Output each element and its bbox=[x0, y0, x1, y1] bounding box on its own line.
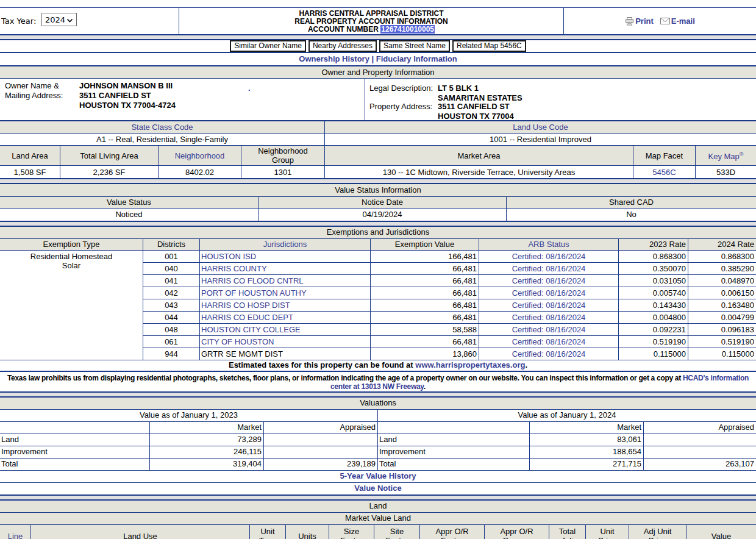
email-link[interactable]: E-mail bbox=[671, 16, 695, 26]
key-map-link[interactable]: Key Map® bbox=[708, 150, 744, 161]
fiduciary-information-link[interactable]: Fiduciary Information bbox=[376, 54, 457, 63]
neighborhood-link[interactable]: Neighborhood bbox=[175, 151, 225, 160]
legal-description-label: Legal Description: bbox=[369, 84, 433, 93]
district-code: 048 bbox=[143, 324, 200, 335]
site-factor-header: Site Factor bbox=[374, 525, 420, 539]
district-code: 040 bbox=[143, 263, 200, 274]
five-year-value-history-link[interactable]: 5-Year Value History bbox=[340, 471, 416, 480]
tax-year-label: Tax Year: bbox=[1, 16, 36, 26]
property-address-value: 3511 CANFIELD ST HOUSTON TX 77004 bbox=[438, 102, 514, 121]
related-map-button[interactable]: Related Map 5456C bbox=[452, 40, 526, 52]
row-label: Improvement bbox=[378, 446, 530, 458]
section-divider bbox=[0, 179, 756, 184]
jurisdiction-name: HOUSTON ISD bbox=[200, 251, 371, 262]
value-notice-row: Value Notice bbox=[0, 483, 756, 496]
rate-2024-header: 2024 Rate bbox=[688, 239, 756, 250]
value-status-header-row: Value Status Notice Date Shared CAD bbox=[0, 197, 756, 209]
exemption-value: 66,481 bbox=[371, 287, 479, 299]
key-map-header: Key Map® bbox=[696, 146, 756, 165]
jurisdiction-row: 042 PORT OF HOUSTON AUTHY 66,481 Certifi… bbox=[143, 287, 756, 299]
arb-status-date-link[interactable]: Certified: 08/16/2024 bbox=[512, 313, 586, 322]
tax-year-select[interactable]: 2024 bbox=[41, 13, 77, 26]
period: . bbox=[525, 360, 527, 369]
arb-status-date-link[interactable]: Certified: 08/16/2024 bbox=[512, 288, 586, 298]
appr-or-reason-header: Appr O/R Reason bbox=[485, 525, 549, 539]
rate-2023: 0.350070 bbox=[619, 263, 688, 274]
line-header: Line bbox=[0, 525, 31, 539]
arb-status-date-link[interactable]: Certified: 08/16/2024 bbox=[512, 276, 586, 285]
arb-status: Certified: 08/16/2024 bbox=[479, 251, 619, 262]
market-value: 319,404 bbox=[150, 459, 264, 470]
estimated-taxes-row: Estimated taxes for this property can be… bbox=[0, 360, 756, 372]
rate-2023: 0.115000 bbox=[619, 348, 688, 360]
arb-status: Certified: 08/16/2024 bbox=[479, 275, 619, 287]
exemption-value: 66,481 bbox=[371, 312, 479, 323]
market-value-land-header: Market Value Land bbox=[0, 513, 756, 525]
jurisdiction-name: HARRIS CO FLOOD CNTRL bbox=[200, 275, 371, 287]
section-divider bbox=[0, 391, 756, 398]
arb-status-date-link[interactable]: Certified: 08/16/2024 bbox=[512, 349, 586, 359]
arb-status-date-link[interactable]: Certified: 08/16/2024 bbox=[512, 325, 586, 334]
appraised-2023-header: Appraised bbox=[264, 422, 378, 434]
section-divider bbox=[0, 496, 756, 501]
jurisdiction-link[interactable]: HARRIS CO HOSP DIST bbox=[201, 301, 290, 310]
link-separator: | bbox=[372, 54, 374, 63]
jurisdiction-name: HARRIS COUNTY bbox=[200, 263, 371, 274]
rate-2023: 0.092231 bbox=[619, 324, 688, 335]
printer-icon bbox=[625, 17, 634, 26]
jurisdiction-link[interactable]: HOUSTON ISD bbox=[201, 252, 256, 261]
jurisdiction-row: 044 HARRIS CO EDUC DEPT 66,481 Certified… bbox=[143, 312, 756, 324]
shared-cad-header: Shared CAD bbox=[507, 197, 756, 208]
valuation-row-total: Total 319,404 239,189 Total 271,715 263,… bbox=[0, 459, 756, 471]
arb-status-date-link[interactable]: Certified: 08/16/2024 bbox=[512, 301, 586, 310]
land-use-code-link[interactable]: Land Use Code bbox=[513, 123, 568, 132]
jurisdictions-link[interactable]: Jurisdictions bbox=[263, 240, 307, 249]
value-status-value: Noticed bbox=[0, 209, 259, 221]
print-link[interactable]: Print bbox=[635, 16, 654, 26]
map-facet-link[interactable]: 5456C bbox=[652, 168, 676, 177]
market-value: 271,715 bbox=[530, 459, 644, 470]
total-adj-header: Total Adj bbox=[549, 525, 586, 539]
spacer-cell bbox=[378, 422, 530, 434]
neighborhood-value: 8402.02 bbox=[159, 166, 241, 178]
jurisdiction-link[interactable]: CITY OF HOUSTON bbox=[201, 337, 274, 346]
arb-status-date-link[interactable]: Certified: 08/16/2024 bbox=[512, 264, 586, 273]
jurisdiction-row: 043 HARRIS CO HOSP DIST 66,481 Certified… bbox=[143, 299, 756, 312]
rate-2024: 0.163480 bbox=[688, 299, 756, 311]
line-link[interactable]: Line bbox=[8, 532, 23, 539]
account-number-label: ACCOUNT NUMBER bbox=[308, 25, 379, 34]
arb-status-date-link[interactable]: Certified: 08/16/2024 bbox=[512, 252, 586, 261]
ownership-history-link[interactable]: Ownership History bbox=[299, 54, 369, 63]
state-class-code-link[interactable]: State Class Code bbox=[131, 123, 193, 132]
market-value: 73,289 bbox=[150, 434, 264, 446]
same-street-name-button[interactable]: Same Street Name bbox=[379, 40, 450, 52]
land-use-header: Land Use bbox=[31, 525, 250, 539]
arb-status-date-link[interactable]: Certified: 08/16/2024 bbox=[512, 337, 586, 346]
jurisdiction-link[interactable]: HARRIS COUNTY bbox=[201, 264, 267, 273]
rate-2024: 0.868300 bbox=[688, 251, 756, 262]
legal-description-value: LT 5 BLK 1 SAMARITAN ESTATES bbox=[438, 84, 522, 103]
district-code: 044 bbox=[143, 312, 200, 323]
rate-2023: 0.031050 bbox=[619, 275, 688, 287]
legal-notice: Texas law prohibits us from displaying r… bbox=[0, 372, 756, 391]
appraised-value bbox=[644, 434, 756, 446]
jurisdiction-link[interactable]: HARRIS CO EDUC DEPT bbox=[201, 313, 293, 322]
jurisdiction-link[interactable]: HARRIS CO FLOOD CNTRL bbox=[201, 276, 304, 285]
owner-dot: . bbox=[248, 84, 251, 93]
property-taxes-link[interactable]: www.harrispropertytaxes.org bbox=[415, 360, 525, 369]
rate-2023: 0.143430 bbox=[619, 299, 688, 311]
appraised-value bbox=[264, 434, 378, 446]
jurisdiction-link[interactable]: PORT OF HOUSTON AUTHY bbox=[201, 288, 307, 298]
arb-status-link[interactable]: ARB Status bbox=[528, 240, 569, 249]
exemption-value: 66,481 bbox=[371, 263, 479, 274]
value-notice-link[interactable]: Value Notice bbox=[354, 484, 401, 493]
rate-2024: 0.004799 bbox=[688, 312, 756, 323]
unit-type-header: Unit Type bbox=[250, 525, 286, 539]
nearby-addresses-button[interactable]: Nearby Addresses bbox=[308, 40, 377, 52]
class-code-header-row: State Class Code Land Use Code bbox=[0, 121, 756, 134]
district-code: 061 bbox=[143, 336, 200, 348]
exemptions-header-row: Exemption Type Districts Jurisdictions E… bbox=[0, 239, 756, 251]
jurisdiction-link[interactable]: HOUSTON CITY COLLEGE bbox=[201, 325, 301, 334]
market-value: 83,061 bbox=[530, 434, 644, 446]
similar-owner-name-button[interactable]: Similar Owner Name bbox=[230, 40, 306, 52]
